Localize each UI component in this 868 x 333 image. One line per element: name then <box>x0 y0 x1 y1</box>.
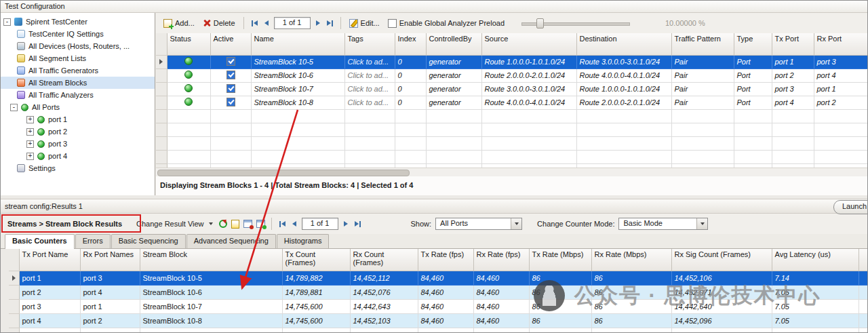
tx-rate-fps-cell[interactable]: 84,460 <box>418 285 473 299</box>
tx-rate-fps-cell[interactable]: 84,460 <box>418 299 473 313</box>
tree-item-port-2[interactable]: port 2 <box>1 125 155 138</box>
scrollbar-thumb[interactable] <box>157 170 410 176</box>
tree-item-all-traffic-analyzers[interactable]: All Traffic Analyzers <box>1 89 155 101</box>
index-cell[interactable]: 0 <box>395 82 426 96</box>
col-tx-rate-fps[interactable]: Tx Rate (fps) <box>418 249 473 271</box>
rx-rate-fps-cell[interactable]: 84,460 <box>473 313 529 328</box>
type-cell[interactable]: Port <box>734 68 772 82</box>
active-checkbox[interactable] <box>226 57 235 66</box>
rx-port-cell[interactable]: port 4 <box>814 68 867 82</box>
stream-block-cell[interactable]: StreamBlock 10-6 <box>140 285 282 299</box>
controlledby-cell[interactable]: generator <box>426 96 481 109</box>
add-button[interactable]: Add... <box>161 18 197 29</box>
rx-sig-count-cell[interactable]: 14,452,071 <box>671 285 772 299</box>
tree-item-port-1[interactable]: port 1 <box>1 113 155 125</box>
rx-rate-fps-cell[interactable]: 84,460 <box>473 285 529 299</box>
tx-port-cell[interactable]: port 4 <box>772 96 814 109</box>
tx-port-cell[interactable]: port 2 <box>772 68 814 82</box>
edit-button[interactable]: Edit... <box>347 18 382 29</box>
previous-page-button[interactable] <box>263 20 270 26</box>
controlledby-cell[interactable]: generator <box>426 68 481 82</box>
stream-block-cell[interactable]: StreamBlock 10-7 <box>140 299 282 313</box>
stream-row-4[interactable]: StreamBlock 10-8 Click to ad... 0 genera… <box>156 96 867 109</box>
destination-cell[interactable]: Route 4.0.0.0-4.0.1.0/24 <box>576 68 671 82</box>
expand-icon[interactable] <box>26 116 34 123</box>
stream-block-cell[interactable]: StreamBlock 10-5 <box>140 271 282 285</box>
last-result-page-button[interactable] <box>353 220 362 228</box>
rx-count-cell[interactable]: 14,452,076 <box>350 285 418 299</box>
active-cell[interactable] <box>210 55 251 68</box>
active-cell[interactable] <box>210 82 251 96</box>
active-checkbox[interactable] <box>226 84 235 93</box>
tx-count-cell[interactable]: 14,745,600 <box>282 299 350 313</box>
rx-rate-mbps-cell[interactable]: 86 <box>591 285 671 299</box>
counter-mode-dropdown[interactable]: Basic Mode <box>618 218 708 230</box>
col-tx-port[interactable]: Tx Port <box>772 33 814 55</box>
show-dropdown[interactable]: All Ports <box>435 218 522 230</box>
result-row-1[interactable]: port 1 port 3 StreamBlock 10-5 14,789,88… <box>9 271 867 285</box>
col-index[interactable]: Index <box>395 33 426 55</box>
row-selector[interactable] <box>9 285 19 299</box>
tx-count-cell[interactable]: 14,745,600 <box>282 313 350 328</box>
col-traffic-pattern[interactable]: Traffic Pattern <box>671 33 734 55</box>
name-cell[interactable]: StreamBlock 10-5 <box>251 55 344 68</box>
avg-latency-cell[interactable]: 7.14 <box>772 271 859 285</box>
tags-cell[interactable]: Click to ad... <box>344 55 395 68</box>
first-result-page-button[interactable] <box>278 220 287 228</box>
dropdown-button[interactable] <box>511 218 521 229</box>
next-page-button[interactable] <box>315 20 321 26</box>
rx-sig-count-cell[interactable]: 14,452,096 <box>671 313 772 328</box>
type-cell[interactable]: Port <box>734 96 772 109</box>
tags-cell[interactable]: Click to ad... <box>344 96 395 109</box>
collapse-icon[interactable] <box>10 104 18 111</box>
first-page-button[interactable] <box>250 20 259 27</box>
tx-rate-fps-cell[interactable]: 84,460 <box>418 271 473 285</box>
traffic-pattern-cell[interactable]: Pair <box>671 82 734 96</box>
dropdown-button[interactable] <box>696 218 707 229</box>
tab-errors[interactable]: Errors <box>75 234 111 248</box>
traffic-pattern-cell[interactable]: Pair <box>671 55 734 68</box>
rx-rate-mbps-cell[interactable]: 86 <box>591 313 671 328</box>
col-rx-rate-fps[interactable]: Rx Rate (fps) <box>473 249 529 271</box>
traffic-pattern-cell[interactable]: Pair <box>671 68 734 82</box>
name-cell[interactable]: StreamBlock 10-6 <box>251 68 344 82</box>
tx-port-cell[interactable]: port 3 <box>772 82 814 96</box>
rx-port-cell[interactable]: port 3 <box>814 55 867 68</box>
name-cell[interactable]: StreamBlock 10-8 <box>251 96 344 109</box>
rx-count-cell[interactable]: 14,452,103 <box>350 313 418 328</box>
add-view-icon[interactable] <box>256 220 265 228</box>
rx-port-names-cell[interactable]: port 4 <box>80 285 140 299</box>
row-selector[interactable] <box>156 96 167 109</box>
col-controlledby[interactable]: ControlledBy <box>426 33 481 55</box>
tab-basic-counters[interactable]: Basic Counters <box>5 234 75 249</box>
col-destination[interactable]: Destination <box>576 33 671 55</box>
col-type[interactable]: Type <box>734 33 772 55</box>
delete-button[interactable]: Delete <box>201 18 237 28</box>
status-cell[interactable] <box>167 96 210 109</box>
rx-port-cell[interactable]: port 1 <box>814 82 867 96</box>
tree-item-port-3[interactable]: port 3 <box>1 138 155 150</box>
col-source[interactable]: Source <box>481 33 576 55</box>
last-page-button[interactable] <box>326 20 334 27</box>
traffic-pattern-cell[interactable]: Pair <box>671 96 734 109</box>
tx-rate-fps-cell[interactable]: 84,460 <box>418 313 473 328</box>
col-avg-latency[interactable]: Avg Latency (us) <box>772 249 859 271</box>
remove-view-icon[interactable] <box>243 220 252 228</box>
tree-item-port-4[interactable]: port 4 <box>1 150 155 162</box>
page-indicator[interactable]: 1 of 1 <box>274 17 311 29</box>
col-rx-sig-count[interactable]: Rx Sig Count (Frames) <box>671 249 772 271</box>
rx-port-names-cell[interactable]: port 1 <box>80 299 140 313</box>
index-cell[interactable]: 0 <box>395 55 426 68</box>
preload-checkbox[interactable] <box>388 19 397 28</box>
tx-rate-mbps-cell[interactable]: 86 <box>529 271 591 285</box>
destination-cell[interactable]: Route 3.0.0.0-3.0.1.0/24 <box>576 55 671 68</box>
name-cell[interactable]: StreamBlock 10-7 <box>251 82 344 96</box>
change-result-view-button[interactable]: Change Result View <box>134 218 214 229</box>
horizontal-scrollbar[interactable] <box>156 168 867 177</box>
tx-port-name-cell[interactable]: port 3 <box>19 299 80 313</box>
col-rx-port[interactable]: Rx Port <box>814 33 867 55</box>
rx-sig-count-cell[interactable]: 14,452,106 <box>671 271 772 285</box>
index-cell[interactable]: 0 <box>395 96 426 109</box>
tab-histograms[interactable]: Histograms <box>277 234 330 248</box>
export-icon[interactable] <box>231 220 239 229</box>
